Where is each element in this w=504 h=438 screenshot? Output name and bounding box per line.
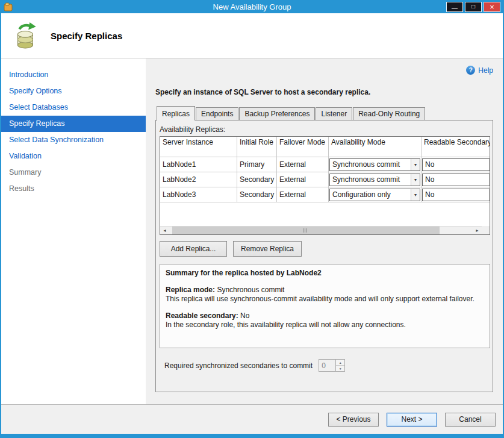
required-secondaries-input[interactable] [319,360,335,371]
chevron-down-icon[interactable]: ▾ [489,159,490,171]
titlebar[interactable]: New Availability Group — □ × [1,0,503,13]
help-icon[interactable]: ? [466,66,475,75]
window-title: New Availability Group [1,2,503,11]
cell-initial-role[interactable]: Secondary [237,187,277,202]
scroll-right-icon[interactable]: ► [473,227,482,234]
cell-server-instance[interactable]: LabNode3 [160,187,237,202]
minimize-button[interactable]: — [446,2,463,12]
col-header-readable-secondary: Readable Secondary [422,137,491,157]
sidebar-item-select-data-synchronization[interactable]: Select Data Synchronization [1,132,146,148]
wizard-footer: < Previous Next > Cancel [1,404,503,434]
spin-up-icon[interactable]: ▲ [336,360,344,366]
close-button[interactable]: × [484,2,500,12]
readable-secondary-select[interactable]: No ▾ [422,174,490,186]
availability-replicas-grid: Server Instance Initial Role Failover Mo… [160,136,490,235]
required-secondaries-stepper[interactable]: ▲ ▼ [319,359,345,372]
cell-server-instance[interactable]: LabNode2 [160,172,237,187]
scrollbar-thumb[interactable] [172,227,440,234]
readable-secondary-select[interactable]: No ▾ [422,189,490,201]
replica-mode-line: Replica mode: Synchronous commit [166,286,484,295]
tab-read-only-routing[interactable]: Read-Only Routing [353,107,425,120]
tab-backup-preferences[interactable]: Backup Preferences [239,107,315,120]
scrollbar-track[interactable] [169,227,473,234]
availability-mode-select[interactable]: Synchronous commit ▾ [329,174,420,186]
tab-strip: Replicas Endpoints Backup Preferences Li… [155,106,493,120]
tab-replicas[interactable]: Replicas [157,106,195,120]
wizard-steps-sidebar: Introduction Specify Options Select Data… [1,58,146,404]
readable-secondary-description: In the secondary role, this availability… [166,321,484,330]
sidebar-item-introduction[interactable]: Introduction [1,67,146,83]
sidebar-item-summary: Summary [1,164,146,181]
chevron-down-icon[interactable]: ▾ [411,189,420,201]
availability-replicas-label: Availability Replicas: [160,125,489,134]
readable-secondary-line: Readable secondary: No [166,311,484,321]
maximize-button[interactable]: □ [465,2,482,12]
cell-initial-role[interactable]: Secondary [237,172,277,187]
horizontal-scrollbar[interactable]: ◄ ► [160,226,482,234]
sidebar-item-validation[interactable]: Validation [1,148,146,164]
spin-down-icon[interactable]: ▼ [336,366,344,371]
database-refresh-icon [12,22,40,49]
chevron-down-icon[interactable]: ▾ [411,159,420,171]
chevron-down-icon[interactable]: ▾ [489,174,490,186]
required-secondaries-label: Required synchronized secondaries to com… [164,361,313,370]
scroll-left-icon[interactable]: ◄ [160,227,169,234]
instruction-text: Specify an instance of SQL Server to hos… [155,88,493,96]
readable-secondary-select[interactable]: No ▾ [422,158,490,171]
replica-summary-panel: Summary for the replica hosted by LabNod… [160,264,490,348]
sidebar-item-specify-options[interactable]: Specify Options [1,83,146,99]
cancel-button[interactable]: Cancel [445,413,496,427]
previous-button[interactable]: < Previous [328,413,379,427]
wizard-header: Specify Replicas [1,13,503,58]
tab-endpoints[interactable]: Endpoints [196,107,238,120]
app-icon [4,2,13,11]
cell-failover-mode[interactable]: External [277,172,329,187]
add-replica-button[interactable]: Add Replica... [160,241,227,257]
table-row[interactable]: LabNode3 Secondary External Configuratio… [160,187,491,202]
help-link[interactable]: Help [478,66,493,75]
table-header-row: Server Instance Initial Role Failover Mo… [160,137,491,157]
remove-replica-button[interactable]: Remove Replica [233,241,302,257]
cell-failover-mode[interactable]: External [277,187,329,202]
next-button[interactable]: Next > [387,413,437,427]
cell-initial-role[interactable]: Primary [237,157,277,172]
main-content: ? Help Specify an instance of SQL Server… [146,58,503,404]
availability-mode-select[interactable]: Synchronous commit ▾ [329,158,420,171]
chevron-down-icon[interactable]: ▾ [411,174,420,186]
table-row[interactable]: LabNode1 Primary External Synchronous co… [160,157,491,172]
dialog-window: New Availability Group — □ × Specify Rep… [0,0,504,438]
scrollbar-corner [482,226,490,234]
cell-failover-mode[interactable]: External [277,157,329,172]
cell-server-instance[interactable]: LabNode1 [160,157,237,172]
col-header-failover-mode: Failover Mode [277,137,329,157]
sidebar-item-specify-replicas[interactable]: Specify Replicas [1,116,146,132]
col-header-initial-role: Initial Role [237,137,277,157]
page-title: Specify Replicas [51,31,122,41]
availability-mode-select[interactable]: Configuration only ▾ [329,189,420,201]
replica-mode-description: This replica will use synchronous-commit… [166,295,484,304]
col-header-availability-mode: Availability Mode [329,137,422,157]
col-header-server-instance: Server Instance [160,137,237,157]
summary-title: Summary for the replica hosted by LabNod… [166,269,484,278]
chevron-down-icon[interactable]: ▾ [489,189,490,201]
table-row[interactable]: LabNode2 Secondary External Synchronous … [160,172,491,187]
sidebar-item-results: Results [1,181,146,197]
sidebar-item-select-databases[interactable]: Select Databases [1,99,146,116]
tab-listener[interactable]: Listener [316,107,352,120]
replicas-tab-panel: Availability Replicas: Server Instance I… [155,120,493,392]
